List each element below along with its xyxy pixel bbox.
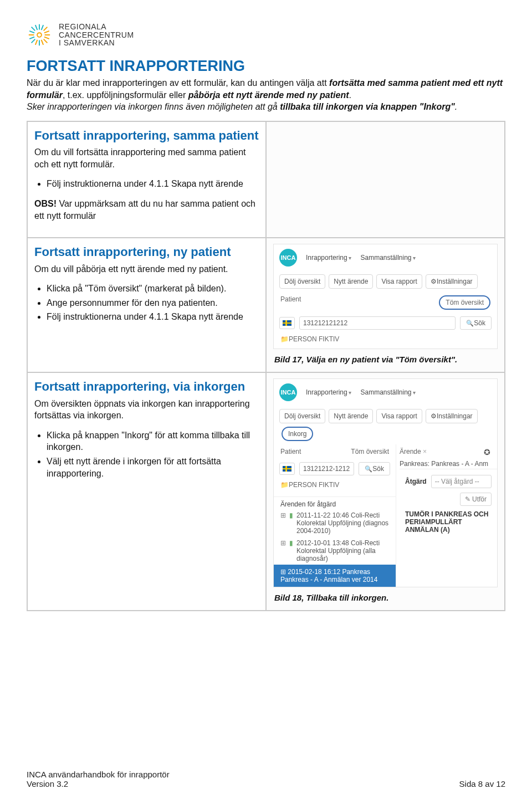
sok-button[interactable]: Sök [460,316,492,330]
svg-line-16 [44,31,49,33]
atgard-select[interactable]: -- Välj åtgärd -- [431,475,492,488]
svg-line-6 [44,39,48,43]
footer-page-number: Sida 8 av 12 [459,779,505,788]
org-name-line: CANCERCENTRUM [59,31,134,39]
nav-inrapportering[interactable]: Inrapportering [306,388,352,396]
btn-tom-oversikt[interactable]: Töm översikt [351,448,389,455]
section-body: Om du vill påbörja ett nytt ärende med n… [34,263,259,275]
nav-inrapportering[interactable]: Inrapportering [306,254,352,262]
inca-logo-icon: INCA [279,249,297,267]
section-body: Om översikten öppnats via inkorgen kan i… [34,398,259,422]
atgard-label: Åtgärd [405,475,427,488]
btn-dolj-oversikt[interactable]: Dölj översikt [279,274,325,289]
patient-name: PERSON FIKTIV [274,479,396,494]
section-heading-via-inkorgen: Fortsatt inrapportering, via inkorgen [34,380,259,394]
label-patient: Patient [280,295,301,310]
btn-nytt-arende[interactable]: Nytt ärende [329,409,373,423]
svg-line-11 [35,40,38,45]
doc-icon: ▮ [289,511,293,519]
flag-se-icon[interactable] [279,463,295,475]
arende-item[interactable]: ⊞ ▮ 2011-11-22 10:46 Coli-Recti Kolorekt… [274,509,396,537]
figure-caption: Bild 17, Välja en ny patient via "Töm öv… [274,355,498,364]
svg-point-0 [37,33,42,37]
footer-doc-title: INCA användarhandbok för inrapportör [27,770,170,779]
btn-inkorg-highlighted[interactable]: Inkorg [282,427,313,441]
section-heading-same-patient: Fortsatt inrapportering, samma patient [34,129,259,143]
list-item: Välj ett nytt ärende i inkorgen för att … [47,455,259,479]
nav-sammanstallning[interactable]: Sammanställning [361,388,416,396]
bullet-list: Följ instruktionerna under 4.1.1 Skapa n… [47,178,259,190]
utfor-button[interactable]: ✎ Utför [460,493,492,506]
nav-sammanstallning[interactable]: Sammanställning [361,254,416,262]
org-name: REGIONALA CANCERCENTRUM I SAMVERKAN [59,23,134,47]
btn-tom-oversikt-highlighted[interactable]: Töm översikt [439,295,490,310]
arende-crumb: Pankreas: Pankreas - A - Anm [400,460,497,468]
svg-line-14 [29,37,34,39]
btn-dolj-oversikt[interactable]: Dölj översikt [279,409,325,423]
btn-nytt-arende[interactable]: Nytt ärende [329,274,373,289]
list-item: Klicka på "Töm översikt" (markerat på bi… [47,283,259,295]
label-arende: Ärende × [400,448,427,457]
screenshot-bild-17: INCA Inrapportering Sammanställning Dölj… [273,244,498,349]
bullet-list: Klicka på "Töm översikt" (markerat på bi… [47,283,259,323]
bullet-list: Klicka på knappen "Inkorg" för att komma… [47,429,259,479]
list-item: Följ instruktionerna under 4.1.1 Skapa n… [47,178,259,190]
intro-paragraph: När du är klar med inrapporteringen av e… [27,77,505,113]
pnr-input[interactable]: 13121212-1212 [299,462,354,475]
svg-line-7 [32,39,35,43]
section-body: Om du vill fortsätta inrapportering med … [34,146,259,170]
patient-name: PERSON FIKTIV [274,333,497,349]
pnr-input[interactable]: 131212121212 [299,316,456,330]
expand-icon[interactable]: ⊞ [280,539,286,547]
btn-visa-rapport[interactable]: Visa rapport [376,274,422,289]
expand-icon[interactable]: ⊞ [280,511,286,519]
figure-caption: Bild 18, Tillbaka till inkorgen. [274,593,498,602]
btn-visa-rapport[interactable]: Visa rapport [376,409,422,423]
tumor-heading: TUMÖR I PANKREAS OCH PERIAMPULLÄRT ANMÄL… [405,508,492,536]
arende-item[interactable]: ⊞ ▮ 2012-10-01 13:48 Coli-Recti Kolorekt… [274,537,396,565]
screenshot-bild-18: INCA Inrapportering Sammanställning Dölj… [273,378,498,587]
section-heading-new-patient: Fortsatt inrapportering, ny patient [34,245,259,259]
arenden-heading: Ärenden för åtgärd [274,497,396,509]
svg-line-12 [42,40,44,45]
sunburst-icon [27,22,52,48]
inca-logo-icon: INCA [279,383,297,401]
list-item: Följ instruktionerna under 4.1.1 Skapa n… [47,311,259,323]
list-item: Ange personnummer för den nya patienten. [47,297,259,309]
list-item: Klicka på knappen "Inkorg" för att komma… [47,429,259,453]
footer-version: Version 3.2 [27,779,170,788]
obs-note: OBS! Var uppmärksam att du nu har samma … [34,198,259,222]
label-patient: Patient [280,448,301,455]
content-grid: Fortsatt inrapportering, samma patient O… [27,121,505,611]
org-name-line: I SAMVERKAN [59,39,134,47]
page-footer: INCA användarhandbok för inrapportör Ver… [27,770,505,788]
svg-line-13 [29,31,34,33]
svg-line-9 [42,25,44,30]
flag-se-icon[interactable] [279,317,295,329]
svg-line-8 [44,27,48,31]
svg-line-5 [32,27,35,31]
svg-line-10 [35,25,38,30]
sok-button[interactable]: Sök [359,462,390,475]
btn-installningar[interactable]: Inställningar [426,274,478,289]
btn-installningar[interactable]: Inställningar [426,409,478,423]
expand-all-icon[interactable]: ✪ [484,448,490,457]
svg-line-15 [44,37,49,39]
doc-icon: ▮ [289,539,293,547]
page-title: FORTSATT INRAPPORTERING [27,58,505,75]
org-logo: REGIONALA CANCERCENTRUM I SAMVERKAN [27,22,505,48]
arende-item-selected[interactable]: ⊞ 2015-02-18 16:12 Pankreas Pankreas - A… [274,565,396,587]
org-name-line: REGIONALA [59,23,134,31]
